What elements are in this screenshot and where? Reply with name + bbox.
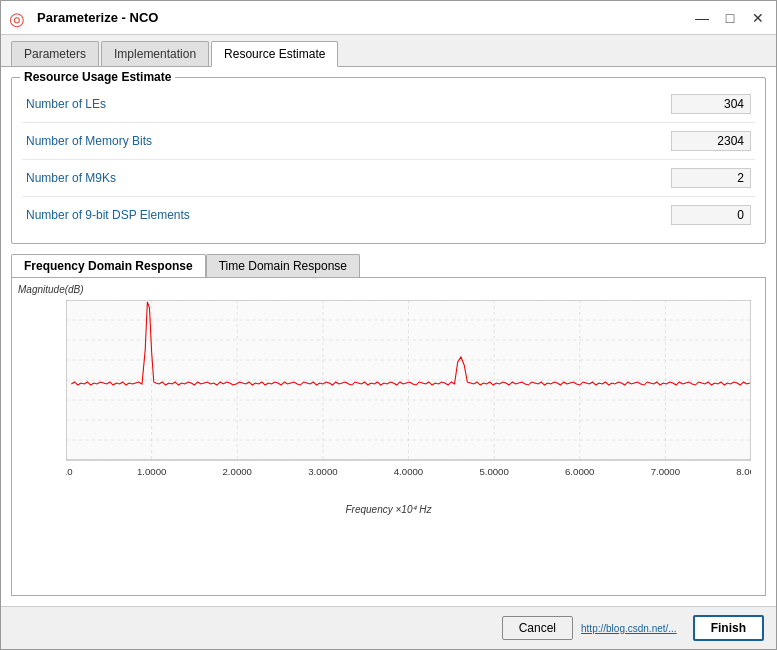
chart-container: Magnitude(dB) xyxy=(16,282,761,502)
svg-text:1.0000: 1.0000 xyxy=(137,467,166,477)
svg-text:0.0: 0.0 xyxy=(66,467,73,477)
resource-value-dsp: 0 xyxy=(671,205,751,225)
svg-text:5.0000: 5.0000 xyxy=(479,467,508,477)
maximize-button[interactable]: □ xyxy=(720,8,740,28)
chart-tab-time[interactable]: Time Domain Response xyxy=(206,254,360,277)
resource-label-memory: Number of Memory Bits xyxy=(26,134,671,148)
resource-row-m9ks: Number of M9Ks 2 xyxy=(22,160,755,197)
finish-button[interactable]: Finish xyxy=(693,615,764,641)
frequency-chart-svg: 0.0 -20.0 -40.0 -60.0 -80.0 -100.0 -120.… xyxy=(66,300,751,485)
app-logo: ◎ xyxy=(9,8,29,28)
main-window: ◎ Parameterize - NCO — □ ✕ Parameters Im… xyxy=(0,0,777,650)
resource-value-m9ks: 2 xyxy=(671,168,751,188)
resource-value-memory: 2304 xyxy=(671,131,751,151)
resource-label-les: Number of LEs xyxy=(26,97,671,111)
resource-usage-group: Resource Usage Estimate Number of LEs 30… xyxy=(11,77,766,244)
close-button[interactable]: ✕ xyxy=(748,8,768,28)
tab-implementation[interactable]: Implementation xyxy=(101,41,209,66)
svg-text:7.0000: 7.0000 xyxy=(651,467,680,477)
svg-text:2.0000: 2.0000 xyxy=(223,467,252,477)
cancel-button[interactable]: Cancel xyxy=(502,616,573,640)
resource-group-title: Resource Usage Estimate xyxy=(20,70,175,84)
minimize-button[interactable]: — xyxy=(692,8,712,28)
chart-tab-frequency[interactable]: Frequency Domain Response xyxy=(11,254,206,277)
svg-text:4.0000: 4.0000 xyxy=(394,467,423,477)
footer: Cancel http://blog.csdn.net/... Finish xyxy=(1,606,776,649)
y-axis-label: Magnitude(dB) xyxy=(18,284,84,295)
resource-label-dsp: Number of 9-bit DSP Elements xyxy=(26,208,671,222)
chart-tabs: Frequency Domain Response Time Domain Re… xyxy=(11,254,766,278)
resource-row-dsp: Number of 9-bit DSP Elements 0 xyxy=(22,197,755,233)
tab-resource-estimate[interactable]: Resource Estimate xyxy=(211,41,338,67)
chart-area: Magnitude(dB) xyxy=(11,278,766,596)
svg-text:8.0000: 8.0000 xyxy=(736,467,751,477)
resource-row-les: Number of LEs 304 xyxy=(22,86,755,123)
svg-text:3.0000: 3.0000 xyxy=(308,467,337,477)
window-controls: — □ ✕ xyxy=(692,8,768,28)
resource-value-les: 304 xyxy=(671,94,751,114)
resource-row-memory: Number of Memory Bits 2304 xyxy=(22,123,755,160)
x-axis-label: Frequency ×10⁴ Hz xyxy=(16,504,761,515)
chart-section: Frequency Domain Response Time Domain Re… xyxy=(11,254,766,596)
main-content: Resource Usage Estimate Number of LEs 30… xyxy=(1,67,776,606)
resource-label-m9ks: Number of M9Ks xyxy=(26,171,671,185)
footer-link: http://blog.csdn.net/... xyxy=(581,623,677,634)
title-bar: ◎ Parameterize - NCO — □ ✕ xyxy=(1,1,776,35)
window-title: Parameterize - NCO xyxy=(37,10,692,25)
tab-parameters[interactable]: Parameters xyxy=(11,41,99,66)
main-tabs: Parameters Implementation Resource Estim… xyxy=(1,35,776,67)
svg-text:6.0000: 6.0000 xyxy=(565,467,594,477)
